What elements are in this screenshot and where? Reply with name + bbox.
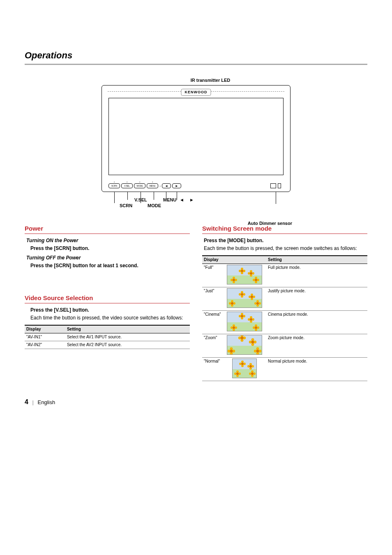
table-row: "AV-IN1" Select the AV1 INPUT source. xyxy=(25,333,190,341)
left-triangle-icon: ◄ xyxy=(180,197,184,203)
screen-instruction: Press the [MODE] button. xyxy=(204,237,367,244)
video-source-table: Display Setting "AV-IN1" Select the AV1 … xyxy=(25,325,190,349)
auto-dimmer-label: Auto Dimmer sensor xyxy=(248,220,292,227)
table-row: "AV-IN2" Select the AV2 INPUT source. xyxy=(25,341,190,349)
screen-mode-table: Display Setting "Full" Fu xyxy=(202,255,367,381)
page-number: 4 xyxy=(25,398,28,405)
dimmer-sensor-icon xyxy=(278,183,281,188)
ir-transmitter-label: IR transmitter LED xyxy=(130,77,291,83)
power-off-subhead: Turning OFF the Power xyxy=(26,254,190,261)
page-footer: 4 | English xyxy=(25,398,367,407)
brand-badge: KENWOOD xyxy=(181,89,211,96)
video-description: Each time the button is pressed, the vid… xyxy=(30,314,190,321)
page-language: English xyxy=(38,399,55,405)
sensor-icon xyxy=(270,183,276,188)
mode-button-graphic: ●MODE xyxy=(134,183,145,188)
table-row: "Normal" Normal picture mode. xyxy=(202,357,367,381)
screen-th-display: Display xyxy=(202,256,225,264)
vsel-button-graphic: ●V.SEL xyxy=(121,183,133,188)
video-source-heading: Video Source Selection xyxy=(25,294,190,303)
screen-description: Each time the button is pressed, the scr… xyxy=(204,245,367,252)
video-instruction: Press the [V.SEL] button. xyxy=(30,307,190,314)
power-off-instruction: Press the [SCRN] button for at least 1 s… xyxy=(30,262,190,269)
zoom-mode-thumb xyxy=(227,335,262,355)
screen-th-setting: Setting xyxy=(266,256,367,264)
video-th-setting: Setting xyxy=(65,325,190,333)
mode-label: MODE xyxy=(148,203,161,209)
power-on-instruction: Press the [SCRN] button. xyxy=(30,245,190,252)
right-arrow-button-graphic: ► xyxy=(172,183,181,188)
scrn-label: SCRN xyxy=(120,203,132,209)
menu-button-graphic: ●MENU xyxy=(147,183,158,188)
normal-mode-thumb xyxy=(232,358,257,378)
just-mode-thumb xyxy=(227,288,262,308)
table-row: "Zoom" Zoom picture mode. xyxy=(202,334,367,357)
device-diagram: IR transmitter LED KENWOOD ●SCRN ●V.SEL … xyxy=(101,77,291,212)
monitor-illustration: KENWOOD ●SCRN ●V.SEL ●MODE ●MENU ● ◄ ► xyxy=(101,85,291,192)
scrn-button-graphic: ●SCRN xyxy=(108,183,120,188)
video-th-display: Display xyxy=(25,325,65,333)
full-mode-thumb xyxy=(227,265,262,284)
vsel-label: V.SEL xyxy=(134,197,147,203)
table-row: "Just" Justify picture mode. xyxy=(202,287,367,310)
section-title: Operations xyxy=(25,49,367,65)
left-arrow-button-graphic: ◄ xyxy=(162,183,171,188)
table-row: "Cinema" Cinema picture mode. xyxy=(202,310,367,334)
device-button-row: ●SCRN ●V.SEL ●MODE ●MENU ● ◄ ► xyxy=(108,183,181,188)
power-on-subhead: Turning ON the Power xyxy=(26,237,190,244)
right-triangle-icon: ► xyxy=(189,197,194,203)
power-heading: Power xyxy=(25,224,190,234)
table-row: "Full" Full picture mode. xyxy=(202,264,367,287)
cinema-mode-thumb xyxy=(227,312,262,331)
menu-label: MENU xyxy=(163,197,176,203)
